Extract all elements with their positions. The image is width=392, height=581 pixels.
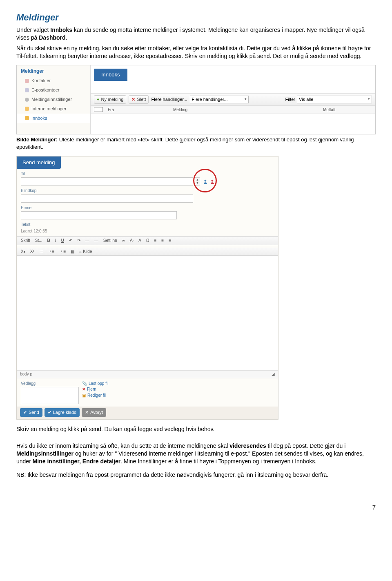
btn-label: Send [29,409,39,416]
select-value: Vis alle [299,97,313,102]
bold-button[interactable]: B [46,237,52,244]
send-melding-screenshot: Send melding Til ▲▼ Blindkopi Emne Tekst… [16,156,278,420]
superscript-button[interactable]: X² [29,248,36,255]
main-area: Innboks +Ny melding ✕Slett Flere handlin… [91,65,375,134]
editor-body[interactable] [17,256,278,371]
filter-select[interactable]: Vis alle [297,96,372,103]
til-row: Til ▲▼ [17,169,278,186]
bottom-buttons: ✔Send ✔Lagre kladd ✕Avbryt [17,407,278,419]
vedlegg-links: 📎Last opp fil ✕Fjern ▣Rediger fil [82,381,108,398]
edit-link[interactable]: ▣Rediger fil [82,393,108,398]
caption-lead: Bilde Meldinger: [16,136,58,143]
clip-icon: 📎 [82,381,87,387]
sidebar-item-meldingsinnstillinger[interactable]: Meldingsinnstillinger [17,95,90,104]
sidebar-item-kontakter[interactable]: Kontakter [17,76,90,85]
ol-button[interactable]: ⋮≡ [47,248,56,255]
sidebar-item-label: Interne meldinger [31,106,67,112]
more-actions-select[interactable]: Flere handlinger... [190,96,249,103]
sidebar-item-label: E-postkontoer [31,87,59,93]
upload-link[interactable]: 📎Last opp fil [82,381,108,387]
resize-icon[interactable]: ◢ [272,371,275,377]
filter-label: Filter [285,96,295,103]
delete-button[interactable]: ✕Slett [129,95,149,104]
emne-input[interactable] [21,211,177,219]
edit-icon: ▣ [82,393,86,398]
save-draft-button[interactable]: ✔Lagre kladd [45,408,80,417]
col-melding: Melding [173,107,323,113]
after2-c: til deg på epost. Dette gjør du i [266,442,346,449]
col-fra: Fra [108,107,173,113]
x-icon: ✕ [131,96,135,103]
select-all-checkbox[interactable] [94,107,103,112]
send-button[interactable]: ✔Send [20,408,42,417]
hr2-button[interactable]: — [93,237,100,244]
hr-button[interactable]: — [84,237,91,244]
tekst-label: Tekst [21,222,274,228]
check-icon: ✔ [48,409,51,416]
align-left-button[interactable]: ≡ [153,237,158,244]
link-button[interactable]: ∞ [120,237,127,244]
emne-row: Emne [17,203,278,220]
align-right-button[interactable]: ≡ [167,237,173,244]
font-select[interactable]: Skrift [19,237,32,244]
intro-p1d: Dashbord [39,34,65,41]
path-status: body p [20,371,32,377]
textcolor-button[interactable]: A· [128,237,135,244]
after2-f: Mine innstillinger, Endre detaljer [33,458,121,465]
filter-group: Filter Vis alle [285,96,372,103]
folder-icon [25,107,29,111]
toolbar: +Ny melding ✕Slett Flere handlinger... F… [91,93,375,106]
tekst-row: Tekst Lagret 12:0:35 [17,219,278,234]
after-3: NB: Ikke besvar meldingen fra epost-prog… [16,471,376,479]
mail-icon [25,88,29,92]
blind-input[interactable] [21,194,193,203]
undo-button[interactable]: ↶ [67,237,74,244]
bgcolor-button[interactable]: A [137,237,143,244]
btn-label: Lagre kladd [53,409,77,416]
redo-button[interactable]: ↷ [76,237,82,244]
size-select[interactable]: St... [33,237,44,244]
til-input[interactable] [21,177,193,185]
subscript-button[interactable]: X₂ [19,248,27,255]
intro-p1: Under valget Innboks kan du sende og mot… [16,26,376,42]
source-button[interactable]: ⌕ Kilde [78,248,94,255]
red-circle-annotation [193,169,217,192]
blind-row: Blindkopi [17,185,278,203]
col-mottatt: Mottatt [323,107,372,113]
ul-button[interactable]: ⋮≡ [58,248,68,255]
align-center-button[interactable]: ≡ [160,237,165,244]
sidebar-item-interne-meldinger[interactable]: Interne meldinger [17,104,90,114]
link-label: Rediger fil [87,393,106,398]
new-message-button[interactable]: +Ny melding [94,95,126,104]
link-label: Last opp fil [89,381,108,387]
person-icon [25,79,29,83]
btn-label: Slett [137,96,146,103]
indent-button[interactable]: ≔ [38,248,45,255]
sidebar-item-innboks[interactable]: Innboks [17,114,90,123]
after2-g: . Mine Innstillinger er å finne til høyr… [120,458,316,465]
page-number: 7 [16,503,376,512]
table-button[interactable]: ▦ [69,248,76,255]
after2-b: videresendes [229,442,266,449]
sidebar-item-epostkontoer[interactable]: E-postkontoer [17,85,90,95]
vedlegg-area: Vedlegg 📎Last opp fil ✕Fjern ▣Rediger fi… [17,378,278,407]
intro-p2: Når du skal skrive en ny melding, kan du… [16,45,376,60]
sidebar-item-label: Meldingsinnstillinger [31,96,72,103]
intro-p1a: Under valget [16,27,50,33]
remove-link[interactable]: ✕Fjern [82,387,108,392]
underline-button[interactable]: U [60,237,66,244]
cancel-button[interactable]: ✕Avbryt [82,408,106,417]
italic-button[interactable]: I [53,237,58,244]
after-2: Hvis du ikke er innom itslearning så oft… [16,442,376,465]
sidebar-item-label: Kontakter [31,78,51,84]
editor-status: body p ◢ [17,371,278,378]
vedlegg-box[interactable] [21,387,79,404]
table-header: Fra Melding Mottatt [91,106,375,114]
after-1: Skriv en melding og klikk på send. Du ka… [16,425,376,433]
after2-d: Meldingsinnstillinger [16,450,74,457]
vedlegg-label: Vedlegg [21,381,79,387]
symbol-button[interactable]: Ω [145,237,151,244]
send-title: Send melding [17,156,61,169]
plus-icon: + [97,96,99,103]
insert-select[interactable]: Sett inn [102,237,119,244]
